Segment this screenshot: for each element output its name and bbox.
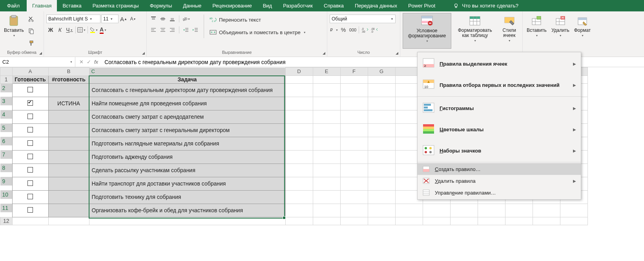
cell[interactable] [340,177,368,190]
menu-color-scales[interactable]: Цветовые шкалы ▶ [418,119,581,140]
checkbox-icon[interactable] [27,127,33,132]
cell[interactable]: Задача [89,75,285,83]
comma-button[interactable]: 000 [348,26,357,34]
cell[interactable] [395,204,423,217]
cell[interactable] [48,217,89,225]
row-header[interactable]: 6 [0,137,12,145]
cell[interactable] [368,110,395,123]
cell[interactable] [340,137,368,150]
tab-insert[interactable]: Вставка [57,0,87,11]
cell[interactable] [423,204,450,217]
row-header[interactable]: 10 [0,190,12,199]
cell-checkbox[interactable] [12,97,48,110]
cell[interactable] [48,164,89,177]
cell[interactable]: Согласовать с генеральным директором дат… [89,83,285,97]
cell[interactable] [89,217,285,225]
row-header[interactable]: 3 [0,97,12,105]
cell[interactable] [560,204,587,217]
cell[interactable] [313,150,340,164]
wrap-text-button[interactable]: abc Переносить текст [208,15,308,24]
cell[interactable] [48,123,89,137]
cell[interactable]: Организовать кофе-брейк и обед для участ… [89,204,285,217]
cell-checkbox[interactable] [12,164,48,177]
cell[interactable] [340,190,368,204]
font-name-select[interactable]: Bahnschrift Light S▼ [46,15,100,23]
checkbox-icon[interactable] [27,154,33,159]
checkbox-icon[interactable] [27,114,33,119]
cell[interactable] [12,217,48,225]
cell[interactable]: Найти помещение для проведения собрания [89,97,285,110]
align-bottom-button[interactable] [168,15,177,23]
cell[interactable] [313,83,340,97]
cell[interactable]: #готовность [48,75,89,83]
menu-highlight-rules[interactable]: ≥ ППравила выделения ячеекравила выделен… [418,53,581,74]
format-cells-button[interactable]: Формат ▼ [573,13,593,49]
cell[interactable] [368,97,395,110]
decrease-font-button[interactable]: A▼ [129,15,137,23]
cell-styles-button[interactable]: Стили ячеек ▼ [499,13,520,49]
cell[interactable] [368,75,395,83]
row-header[interactable]: 9 [0,177,12,186]
cell[interactable] [505,204,533,217]
cell[interactable] [285,83,313,97]
underline-button[interactable]: Ч▼ [65,26,74,34]
cell[interactable] [368,83,395,97]
name-box[interactable]: ▼ [0,57,75,67]
checkbox-icon[interactable] [27,100,33,106]
cell[interactable] [340,83,368,97]
dialog-launcher-icon[interactable]: ◢ [39,51,42,55]
cell-checkbox[interactable] [12,137,48,150]
cell[interactable] [340,217,368,225]
row-header[interactable]: 12 [0,217,13,225]
cell[interactable] [533,217,560,225]
chevron-down-icon[interactable]: ▼ [70,61,73,63]
menu-new-rule[interactable]: Создать правило… [418,163,581,175]
paste-button[interactable]: Вставить ▼ [2,13,26,49]
cell[interactable]: Готовность [12,75,48,83]
cell[interactable] [340,164,368,177]
cell[interactable] [48,177,89,190]
tab-review[interactable]: Рецензирование [207,0,257,11]
cell[interactable] [340,150,368,164]
cell[interactable] [285,204,313,217]
cell[interactable] [340,204,368,217]
copy-button[interactable] [27,27,36,35]
cell[interactable] [505,217,533,225]
cell[interactable] [313,177,340,190]
number-format-select[interactable]: Общий▼ [330,15,396,23]
checkbox-icon[interactable] [27,207,33,213]
cell-checkbox[interactable] [12,123,48,137]
increase-decimal-button[interactable]: ,0,00 [361,26,369,34]
font-size-select[interactable]: 11▼ [101,15,119,23]
align-left-button[interactable] [149,26,158,34]
col-header-f[interactable]: F [340,68,368,76]
increase-font-button[interactable]: A▲ [119,15,128,23]
tab-data-transfer[interactable]: Передача данных [349,0,403,11]
tab-file[interactable]: Файл [0,0,27,11]
cancel-formula-button[interactable]: ✕ [79,59,84,65]
merge-center-button[interactable]: Объединить и поместить в центре ▼ [208,28,308,37]
cell[interactable]: Подготовить наглядные материалы для собр… [89,137,285,150]
col-header-g[interactable]: G [368,68,395,76]
cell[interactable] [48,190,89,204]
tab-powerpivot[interactable]: Power Pivot [403,0,441,11]
cell[interactable] [48,83,89,97]
font-color-button[interactable]: А▼ [99,26,108,34]
tab-data[interactable]: Данные [177,0,207,11]
cell[interactable] [285,177,313,190]
menu-manage-rules[interactable]: Управление правилами… [418,187,581,199]
cell[interactable] [368,177,395,190]
cell[interactable] [313,97,340,110]
delete-cells-button[interactable]: Удалить ▼ [550,13,571,49]
fx-icon[interactable]: fx [94,59,98,65]
row-header[interactable]: 11 [0,204,12,212]
row-header[interactable]: 8 [0,164,12,172]
name-box-input[interactable] [2,59,69,65]
cell[interactable] [478,217,505,225]
dialog-launcher-icon[interactable]: ◢ [396,51,398,55]
cell[interactable] [313,75,340,83]
col-header-d[interactable]: D [285,68,313,76]
cell-checkbox[interactable] [12,150,48,164]
cell[interactable] [340,110,368,123]
cell[interactable]: Согласовать смету затрат с генеральным д… [89,123,285,137]
